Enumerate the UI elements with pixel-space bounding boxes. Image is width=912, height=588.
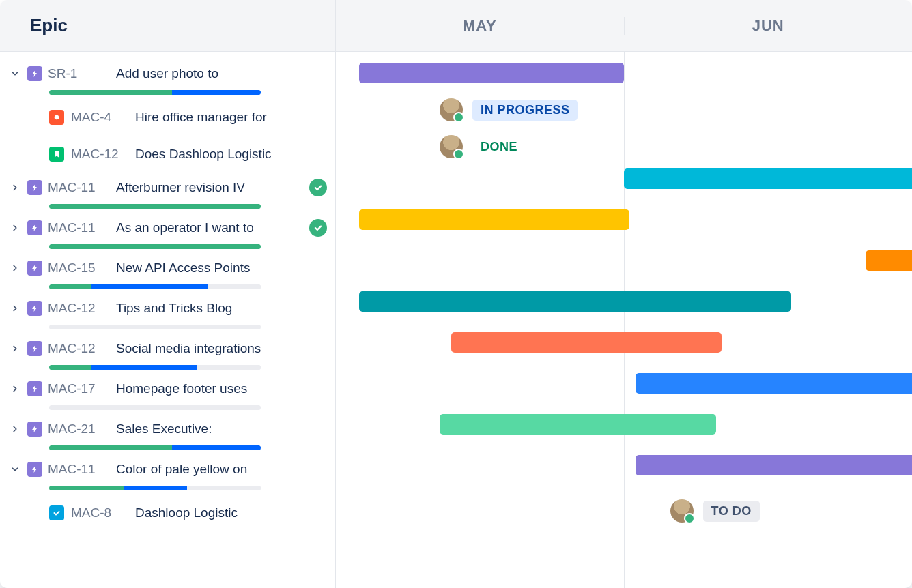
svg-point-0: [55, 115, 59, 120]
child-row[interactable]: MAC-4 Hire office manager for: [8, 99, 327, 136]
avatar[interactable]: [440, 135, 463, 158]
issue-summary[interactable]: New API Access Points: [116, 261, 327, 276]
issue-summary[interactable]: Afterburner revision IV: [116, 180, 301, 195]
progress-bar: [49, 244, 261, 249]
epic-row[interactable]: SR-1 Add user photo to: [8, 59, 327, 99]
done-check-icon: [309, 219, 327, 237]
timeline-bar[interactable]: [359, 291, 791, 312]
issue-key[interactable]: MAC-12: [48, 301, 111, 316]
timeline-bar[interactable]: [359, 63, 624, 83]
issue-key[interactable]: MAC-8: [71, 505, 128, 520]
chevron-right-icon[interactable]: [8, 382, 22, 396]
status-badge: DONE: [472, 136, 526, 158]
epic-icon: [27, 381, 42, 396]
chevron-right-icon[interactable]: [8, 221, 22, 235]
chevron-right-icon[interactable]: [8, 422, 22, 436]
timeline-bar[interactable]: [359, 209, 630, 230]
timeline-header: MAY JUN: [336, 0, 912, 52]
issue-key[interactable]: SR-1: [48, 66, 111, 81]
issue-summary[interactable]: Social media integrations: [116, 341, 327, 356]
progress-bar: [49, 325, 261, 329]
issue-key[interactable]: MAC-15: [48, 261, 111, 276]
issue-summary[interactable]: Hire office manager for: [135, 110, 327, 125]
chevron-right-icon[interactable]: [8, 261, 22, 275]
child-row[interactable]: MAC-12 Does Dashloop Logistic: [8, 136, 327, 173]
story-icon: [49, 147, 64, 162]
epic-icon: [27, 462, 42, 477]
timeline-bar[interactable]: [636, 455, 912, 475]
status-badge: TO DO: [703, 501, 760, 522]
epic-row[interactable]: MAC-12 Tips and Tricks Blog: [8, 293, 327, 334]
epic-row[interactable]: MAC-11 Color of pale yellow on: [8, 454, 327, 495]
timeline-bar[interactable]: [636, 373, 912, 394]
timeline-bar[interactable]: [440, 414, 716, 435]
issue-summary[interactable]: Add user photo to: [116, 66, 327, 81]
child-status: DONE: [440, 135, 526, 158]
epic-row[interactable]: MAC-21 Sales Executive:: [8, 414, 327, 454]
issue-summary[interactable]: Does Dashloop Logistic: [135, 147, 327, 162]
issue-summary[interactable]: Homepage footer uses: [116, 381, 327, 396]
issue-key[interactable]: MAC-11: [48, 180, 111, 195]
child-status: IN PROGRESS: [440, 98, 578, 121]
issue-key[interactable]: MAC-12: [48, 341, 111, 356]
chevron-right-icon[interactable]: [8, 181, 22, 194]
progress-bar: [49, 90, 261, 95]
progress-bar: [49, 365, 261, 370]
epic-icon: [27, 341, 42, 356]
issue-summary[interactable]: Tips and Tricks Blog: [116, 301, 327, 316]
month-jun: JUN: [624, 17, 913, 35]
epic-row[interactable]: MAC-15 New API Access Points: [8, 253, 327, 293]
epic-icon: [27, 220, 42, 235]
epic-icon: [27, 66, 42, 81]
issue-summary[interactable]: Dashloop Logistic: [135, 505, 327, 520]
epic-icon: [27, 180, 42, 195]
bug-icon: [49, 110, 64, 125]
issue-key[interactable]: MAC-21: [48, 422, 111, 437]
issue-key[interactable]: MAC-4: [71, 110, 128, 125]
issue-key[interactable]: MAC-17: [48, 381, 111, 396]
chevron-down-icon[interactable]: [8, 67, 22, 80]
progress-bar: [49, 445, 261, 450]
epic-row[interactable]: MAC-12 Social media integrations: [8, 334, 327, 374]
progress-bar: [49, 486, 261, 490]
issue-key[interactable]: MAC-11: [48, 220, 111, 235]
timeline-bar[interactable]: [451, 332, 722, 353]
child-row[interactable]: MAC-8 Dashloop Logistic: [8, 495, 327, 531]
epic-icon: [27, 261, 42, 276]
avatar[interactable]: [670, 499, 694, 523]
epic-row[interactable]: MAC-17 Homepage footer uses: [8, 374, 327, 414]
epic-column-label: Epic: [30, 15, 68, 36]
epic-sidebar: Epic SR-1 Add user photo to MAC-4 Hire o…: [0, 0, 336, 588]
roadmap-view: Epic SR-1 Add user photo to MAC-4 Hire o…: [0, 0, 912, 588]
issue-summary[interactable]: As an operator I want to: [116, 220, 301, 235]
issue-summary[interactable]: Color of pale yellow on: [116, 462, 327, 477]
issue-summary[interactable]: Sales Executive:: [116, 422, 327, 437]
month-may: MAY: [336, 17, 624, 35]
timeline-bar[interactable]: [624, 168, 912, 189]
avatar[interactable]: [440, 98, 463, 121]
progress-bar: [49, 405, 261, 410]
status-badge: IN PROGRESS: [472, 100, 578, 121]
epic-icon: [27, 422, 42, 437]
epic-row[interactable]: MAC-11 As an operator I want to: [8, 213, 327, 253]
done-check-icon: [309, 179, 327, 196]
task-icon: [49, 505, 64, 520]
epic-column-header: Epic: [0, 0, 335, 52]
timeline-bar[interactable]: [866, 250, 912, 271]
progress-bar: [49, 204, 261, 209]
progress-bar: [49, 284, 261, 289]
chevron-right-icon[interactable]: [8, 342, 22, 355]
chevron-right-icon[interactable]: [8, 302, 22, 315]
child-status: TO DO: [670, 499, 760, 523]
chevron-down-icon[interactable]: [8, 462, 22, 476]
epic-icon: [27, 301, 42, 316]
issue-key[interactable]: MAC-12: [71, 147, 128, 162]
issue-key[interactable]: MAC-11: [48, 462, 111, 477]
epic-row[interactable]: MAC-11 Afterburner revision IV: [8, 173, 327, 213]
timeline-area[interactable]: MAY JUN IN PROGRESS DONE: [336, 0, 912, 588]
